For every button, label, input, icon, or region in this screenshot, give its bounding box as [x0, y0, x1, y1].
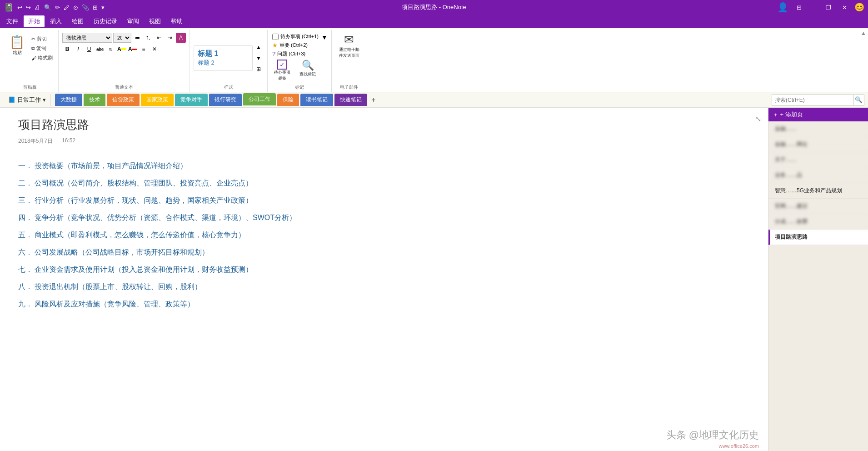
font-color-btn[interactable]: A: [128, 44, 138, 54]
sidebar-page-5[interactable]: 官网……建议: [768, 199, 868, 214]
todo-tags-btn[interactable]: ✓ 待办事项标签: [271, 58, 293, 83]
send-email-btn[interactable]: ✉ 通过电子邮 件发送页面: [335, 31, 363, 60]
style-scroll-down[interactable]: ▼: [254, 53, 264, 63]
list-bullet-btn[interactable]: ≔: [132, 33, 142, 43]
quick-access-circle[interactable]: ⊙: [73, 4, 78, 11]
font-size-select[interactable]: 20: [113, 33, 131, 43]
item-text-7: 投资退出机制（股票上市、股权转让、回购，股利）: [35, 280, 750, 294]
section-tab-5[interactable]: 银行研究: [209, 94, 242, 106]
tag-important[interactable]: ★ 重要 (Ctrl+2): [271, 41, 319, 49]
search-btn[interactable]: 🔍: [853, 95, 864, 105]
font-family-select[interactable]: 微软雅黑: [62, 33, 112, 43]
tag-question[interactable]: ? 问题 (Ctrl+3): [271, 50, 319, 58]
sidebar-page-6[interactable]: 分成……效费: [768, 214, 868, 230]
highlight-btn[interactable]: A: [117, 44, 127, 54]
content-list: 一．投资概要（市场前景，项目产品情况详细介绍）二．公司概况（公司简介、股权结构、…: [18, 159, 750, 311]
todo-checkbox[interactable]: [272, 34, 279, 40]
quick-access-redo[interactable]: ↪: [26, 4, 31, 11]
menu-insert[interactable]: 插入: [45, 15, 66, 27]
user-avatar[interactable]: 👤: [777, 2, 788, 13]
indent-decrease-btn[interactable]: ⇤: [154, 33, 164, 43]
strikethrough-btn[interactable]: abc: [95, 44, 105, 54]
title-bar-left: 📓 ↩ ↪ 🖨 🔍 ✏ 🖊 ⊙ 📎 ⊞ ▾: [4, 2, 105, 12]
layout-btn[interactable]: ⊟: [797, 4, 802, 11]
cut-button[interactable]: ✂ 剪切: [30, 35, 55, 43]
paste-button[interactable]: 📋 粘贴: [5, 33, 29, 58]
quick-access-search[interactable]: 🔍: [44, 4, 51, 11]
italic-btn[interactable]: I: [73, 44, 83, 54]
quick-access-table[interactable]: ⊞: [93, 4, 98, 11]
section-tab-1[interactable]: 技术: [84, 94, 105, 106]
menu-file[interactable]: 文件: [2, 15, 23, 27]
add-page-btn[interactable]: + + 添加页: [768, 108, 868, 121]
bold-btn[interactable]: B: [62, 44, 72, 54]
style-expand[interactable]: ⊞: [254, 64, 264, 74]
menu-draw[interactable]: 绘图: [67, 15, 88, 27]
content-item-0: 一．投资概要（市场前景，项目产品情况详细介绍）: [18, 159, 750, 173]
list-number-btn[interactable]: ⒈: [143, 33, 153, 43]
menu-home[interactable]: 开始: [24, 15, 45, 27]
section-tab-8[interactable]: 读书笔记: [300, 94, 333, 106]
styles-box[interactable]: 标题 1 标题 2: [194, 45, 253, 71]
heading2-style: 标题 2: [198, 59, 249, 67]
section-tab-4[interactable]: 竞争对手: [175, 94, 208, 106]
styles-group: 标题 1 标题 2 ▲ ▼ ⊞ 样式: [190, 30, 268, 92]
sidebar-page-4[interactable]: 智慧……5G业务和产品规划: [768, 183, 868, 199]
clear-format-btn[interactable]: A: [176, 33, 186, 43]
email-group: ✉ 通过电子邮 件发送页面 电子邮件: [332, 30, 367, 92]
copy-button[interactable]: ⧉ 复制: [30, 44, 55, 53]
quick-access-pen[interactable]: ✏: [55, 4, 60, 11]
sidebar-page-0[interactable]: 金融……: [768, 121, 868, 137]
align-btn[interactable]: ≡: [139, 44, 149, 54]
menu-help[interactable]: 帮助: [166, 15, 187, 27]
item-text-3: 竞争分析（竞争状况、优势分析（资源、合作模式、渠道，环境）、SWOT分析）: [35, 210, 750, 225]
page-title: 项目路演思路: [18, 117, 750, 133]
item-text-0: 投资概要（市场前景，项目产品情况详细介绍）: [35, 159, 750, 173]
sidebar-page-2[interactable]: 关于……: [768, 152, 868, 168]
section-tab-2[interactable]: 信贷政策: [107, 94, 140, 106]
style-scroll-up[interactable]: ▲: [254, 42, 264, 52]
quick-access-marker[interactable]: 🖊: [64, 4, 70, 11]
notebook-selector[interactable]: 📘 日常工作 ▾: [4, 94, 51, 106]
section-tab-6[interactable]: 公司工作: [243, 93, 276, 106]
sidebar-page-7[interactable]: 项目路演思路: [768, 230, 868, 245]
sidebar-page-3[interactable]: 业务……品: [768, 168, 868, 183]
ribbon-collapse-btn[interactable]: ▲: [859, 28, 868, 38]
expand-btn[interactable]: ⤡: [755, 115, 761, 123]
add-section-btn[interactable]: +: [368, 94, 379, 106]
quick-access-more[interactable]: ▾: [101, 4, 105, 11]
menu-view[interactable]: 视图: [145, 15, 165, 27]
quick-access-undo[interactable]: ↩: [17, 4, 22, 11]
font-color-indicator: [132, 49, 137, 50]
font-row1: 微软雅黑 20 ≔ ⒈ ⇤ ⇥ A: [62, 33, 186, 43]
indent-increase-btn[interactable]: ⇥: [165, 33, 175, 43]
close-btn[interactable]: ✕: [838, 3, 851, 12]
menu-review[interactable]: 审阅: [123, 15, 144, 27]
important-star: ★: [272, 42, 278, 49]
tag-todo[interactable]: 待办事项 (Ctrl+1): [271, 33, 319, 40]
content-item-6: 七．企业资金需求及使用计划（投入总资金和使用计划，财务收益预测）: [18, 262, 750, 277]
clear-btn[interactable]: ✕: [150, 44, 160, 54]
format-copy-button[interactable]: 🖌 格式刷: [30, 54, 55, 62]
font-row2: B I U abc x₂ A A ≡ ✕: [62, 44, 186, 54]
restore-btn[interactable]: ❐: [822, 3, 835, 12]
notebook-name-label: 日常工作: [17, 96, 41, 104]
tags-expand-btn[interactable]: ▼: [321, 34, 328, 41]
minimize-btn[interactable]: —: [805, 3, 818, 12]
search-input[interactable]: [772, 95, 853, 105]
section-tab-0[interactable]: 大数据: [55, 94, 82, 106]
find-tag-icon: 🔍: [302, 60, 314, 71]
section-tab-3[interactable]: 国家政策: [141, 94, 174, 106]
section-tab-7[interactable]: 保险: [277, 94, 299, 106]
menu-history[interactable]: 历史记录: [89, 15, 122, 27]
quick-access-clip[interactable]: 📎: [82, 4, 89, 11]
item-number-2: 三．: [18, 193, 33, 208]
subscript-btn[interactable]: x₂: [106, 44, 116, 54]
underline-btn[interactable]: U: [84, 44, 94, 54]
sidebar-page-1[interactable]: 金融……网址: [768, 137, 868, 152]
font-controls: 微软雅黑 20 ≔ ⒈ ⇤ ⇥ A B I U abc x₂ A: [62, 31, 186, 54]
quick-access-print[interactable]: 🖨: [35, 4, 40, 11]
find-tag-btn[interactable]: 🔍 查找标记: [297, 58, 319, 79]
title-bar: 📓 ↩ ↪ 🖨 🔍 ✏ 🖊 ⊙ 📎 ⊞ ▾ 项目路演思路 - OneNote 👤…: [0, 0, 868, 15]
section-tab-9[interactable]: 快速笔记: [334, 94, 367, 106]
